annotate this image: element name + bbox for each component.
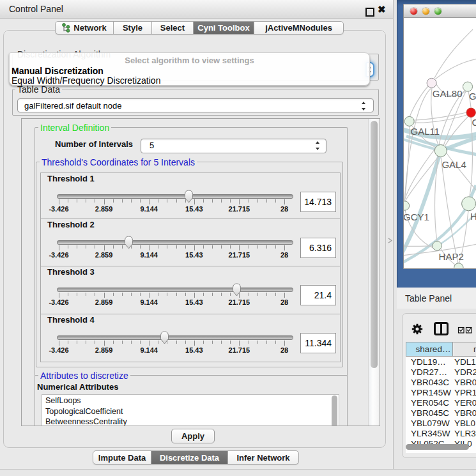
svg-text:GAL80: GAL80 xyxy=(433,88,463,99)
svg-text:GCY1: GCY1 xyxy=(404,211,429,222)
svg-text:GAL4: GAL4 xyxy=(441,159,466,170)
svg-text:GA: GA xyxy=(469,91,476,102)
svg-text:HAP2: HAP2 xyxy=(439,251,464,262)
svg-text:CR: CR xyxy=(472,117,476,128)
svg-text:GAL11: GAL11 xyxy=(411,126,440,137)
svg-text:HA: HA xyxy=(470,211,476,222)
